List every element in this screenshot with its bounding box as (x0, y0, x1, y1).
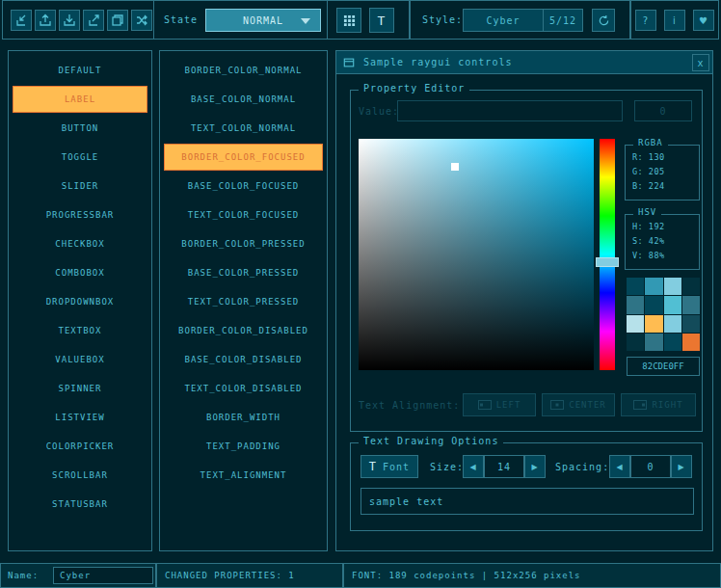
list-item[interactable]: SLIDER (13, 173, 147, 200)
text-options-group-label: Text Drawing Options (359, 436, 503, 446)
font-panel-button[interactable]: T (369, 8, 394, 33)
state-dropdown[interactable]: NORMAL (205, 9, 321, 32)
file-export-button[interactable] (83, 10, 104, 31)
palette-color-swatch[interactable] (645, 315, 662, 333)
file-export-icon (87, 13, 100, 27)
size-increase-button[interactable]: ▶ (524, 455, 546, 478)
style-random-button[interactable] (131, 10, 152, 31)
list-item[interactable]: LISTVIEW (13, 404, 147, 431)
spacing-increase-button[interactable]: ▶ (671, 455, 692, 478)
align-right-button[interactable]: RIGHT (621, 393, 696, 416)
hex-color-input[interactable]: 82CDE0FF (627, 357, 700, 376)
palette-color-swatch[interactable] (645, 296, 662, 313)
sponsor-button[interactable]: ♥ (693, 10, 714, 31)
list-item[interactable]: SCROLLBAR (13, 462, 147, 489)
window-titlebar[interactable]: Sample raygui controls x (336, 51, 712, 74)
list-item[interactable]: STATUSBAR (13, 491, 147, 518)
file-copy-button[interactable] (107, 10, 128, 31)
hue-slider-handle[interactable] (596, 257, 619, 267)
style-reload-button[interactable] (592, 9, 615, 32)
align-center-button[interactable]: CENTER (542, 393, 615, 416)
list-item[interactable]: TEXT_COLOR_FOCUSED (164, 201, 323, 228)
palette-color-swatch[interactable] (682, 296, 700, 313)
window-title: Sample raygui controls (363, 57, 512, 67)
property-editor-group-label: Property Editor (359, 83, 469, 94)
list-item[interactable]: TEXT_PADDING (164, 433, 323, 460)
style-combo-value[interactable]: Cyber (463, 9, 544, 32)
list-item[interactable]: BORDER_COLOR_NORMAL (164, 57, 323, 84)
palette-color-swatch[interactable] (664, 278, 681, 295)
style-combo-counter[interactable]: 5/12 (543, 9, 583, 32)
list-item[interactable]: CHECKBOX (13, 230, 147, 257)
rguistyler-window: State NORMAL T Style: Cyber 5/12 ? (0, 0, 721, 588)
spacing-value: 0 (647, 462, 654, 472)
align-left-button[interactable]: LEFT (463, 393, 536, 416)
palette-color-swatch[interactable] (682, 278, 700, 295)
list-item[interactable]: BORDER_COLOR_DISABLED (164, 317, 323, 344)
reload-icon (598, 14, 610, 27)
list-item[interactable]: COMBOBOX (13, 259, 147, 286)
value-spinner[interactable]: 0 (634, 100, 692, 121)
help-button[interactable]: ? (635, 10, 656, 31)
file-save-button[interactable] (59, 10, 80, 31)
style-name-input[interactable]: Cyber (53, 567, 153, 584)
palette-color-swatch[interactable] (664, 334, 681, 351)
info-icon: i (673, 15, 677, 26)
font-button[interactable]: T Font (360, 455, 418, 478)
list-item[interactable]: BASE_COLOR_DISABLED (164, 346, 323, 373)
palette-color-swatch[interactable] (627, 278, 644, 295)
icons-panel-button[interactable] (336, 8, 361, 33)
palette-color-swatch[interactable] (627, 315, 644, 333)
color-picker-cursor[interactable] (451, 163, 459, 171)
palette-color-swatch[interactable] (645, 334, 662, 351)
value-input[interactable] (397, 100, 623, 121)
text-icon: T (369, 460, 377, 473)
list-item[interactable]: TEXT_COLOR_PRESSED (164, 288, 323, 315)
list-item[interactable]: TOGGLE (13, 144, 147, 171)
size-value-box[interactable]: 14 (484, 455, 524, 478)
sample-controls-window: Sample raygui controls x Property Editor… (335, 50, 713, 551)
align-right-label: RIGHT (652, 400, 682, 410)
sample-text-value: sample text (369, 496, 443, 507)
list-item[interactable]: COLORPICKER (13, 433, 147, 460)
list-item-selected[interactable]: BORDER_COLOR_FOCUSED (164, 144, 323, 171)
sample-text-input[interactable]: sample text (360, 488, 694, 515)
font-info-status: FONT: 189 codepoints | 512x256 pixels (352, 571, 580, 580)
palette-color-swatch[interactable] (627, 296, 644, 313)
file-save-icon (63, 13, 76, 27)
list-item[interactable]: BASE_COLOR_PRESSED (164, 259, 323, 286)
about-button[interactable]: i (664, 10, 685, 31)
palette-color-swatch[interactable] (682, 334, 700, 351)
window-close-button[interactable]: x (692, 54, 709, 71)
palette-color-swatch[interactable] (682, 315, 700, 333)
spacing-decrease-button[interactable]: ◀ (609, 455, 630, 478)
list-item[interactable]: VALUEBOX (13, 346, 147, 373)
list-item[interactable]: TEXT_ALIGNMENT (164, 462, 323, 489)
list-item[interactable]: TEXT_COLOR_DISABLED (164, 375, 323, 402)
palette-color-swatch[interactable] (664, 296, 681, 313)
file-import-button[interactable] (11, 10, 32, 31)
list-item[interactable]: BASE_COLOR_FOCUSED (164, 173, 323, 200)
list-item[interactable]: BORDER_WIDTH (164, 404, 323, 431)
list-item[interactable]: SPINNER (13, 375, 147, 402)
list-item[interactable]: BASE_COLOR_NORMAL (164, 86, 323, 113)
file-open-button[interactable] (35, 10, 56, 31)
list-item[interactable]: TEXTBOX (13, 317, 147, 344)
style-color-palette (627, 278, 700, 351)
hue-slider[interactable] (600, 139, 615, 370)
spacing-value-box[interactable]: 0 (630, 455, 671, 478)
list-item[interactable]: DEFAULT (13, 57, 147, 84)
list-item[interactable]: DROPDOWNBOX (13, 288, 147, 315)
list-item[interactable]: BUTTON (13, 115, 147, 142)
palette-color-swatch[interactable] (664, 315, 681, 333)
list-item-selected[interactable]: LABEL (13, 86, 147, 113)
color-picker-panel[interactable] (359, 139, 594, 370)
list-item[interactable]: TEXT_COLOR_NORMAL (164, 115, 323, 142)
size-decrease-button[interactable]: ◀ (463, 455, 484, 478)
list-item[interactable]: PROGRESSBAR (13, 201, 147, 228)
palette-color-swatch[interactable] (627, 334, 644, 351)
hsv-hue-value: H: 192 (626, 220, 699, 234)
palette-color-swatch[interactable] (645, 278, 662, 295)
list-item[interactable]: BORDER_COLOR_PRESSED (164, 230, 323, 257)
style-name-value: Cyber (60, 571, 91, 580)
